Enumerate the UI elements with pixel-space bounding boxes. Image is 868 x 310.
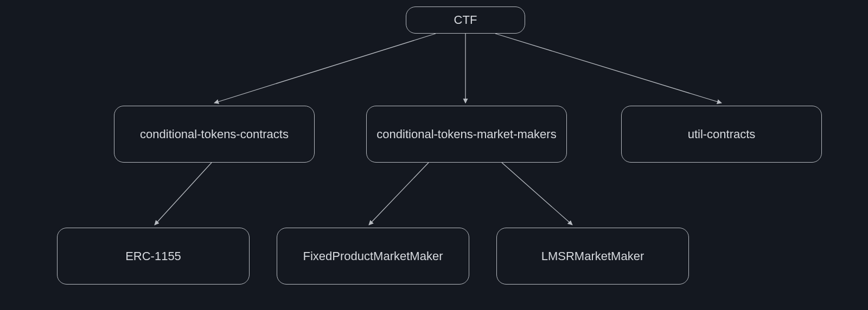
edge-ctf-ctc [214,34,436,103]
edge-ctmm-fpmm [369,163,429,225]
node-lmsr-label: LMSRMarketMaker [541,248,644,264]
edge-ctmm-lmsr [502,163,572,225]
node-util-label: util-contracts [688,126,756,143]
node-ctc-label: conditional-tokens-contracts [140,126,289,143]
node-fpmm-label: FixedProductMarketMaker [303,248,443,264]
node-fixed-product-market-maker: FixedProductMarketMaker [277,228,469,285]
node-lmsr-market-maker: LMSRMarketMaker [496,228,689,285]
node-conditional-tokens-market-makers: conditional-tokens-market-makers [366,106,567,163]
node-ctf-label: CTF [454,12,477,28]
node-util-contracts: util-contracts [621,106,822,163]
edge-ctc-erc [155,163,212,225]
edge-ctf-util [495,34,722,103]
node-conditional-tokens-contracts: conditional-tokens-contracts [114,106,315,163]
node-ctf: CTF [406,7,525,34]
diagram-canvas: CTF conditional-tokens-contracts conditi… [0,0,868,310]
node-ctmm-label: conditional-tokens-market-makers [376,126,556,143]
node-erc-label: ERC-1155 [125,248,181,264]
node-erc-1155: ERC-1155 [57,228,250,285]
